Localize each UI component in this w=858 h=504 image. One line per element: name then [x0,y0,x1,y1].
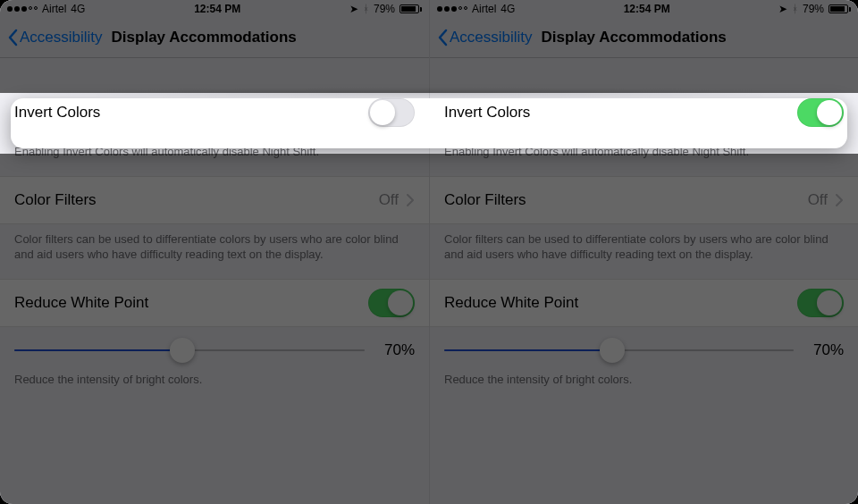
reduce-white-point-slider-row: 70% [430,327,858,365]
pane-right: Airtel 4G 12:54 PM ➤ ᚼ 79% Accessibility… [429,0,858,504]
color-filters-value: Off [379,191,399,209]
reduce-white-point-toggle[interactable] [368,289,415,317]
back-button[interactable]: Accessibility [437,29,533,46]
color-filters-footer: Color filters can be used to differentia… [0,224,429,279]
chevron-right-icon [406,193,415,207]
reduce-white-point-label: Reduce White Point [444,294,578,312]
color-filters-row[interactable]: Color Filters Off [0,176,429,224]
back-label: Accessibility [20,29,103,46]
invert-colors-label: Invert Colors [14,104,100,122]
reduce-white-point-footer: Reduce the intensity of bright colors. [430,365,858,404]
signal-dots-icon [7,6,38,12]
color-filters-footer: Color filters can be used to differentia… [430,224,858,279]
invert-colors-label: Invert Colors [444,104,530,122]
chevron-left-icon [437,29,448,46]
battery-icon [400,4,422,13]
reduce-white-point-slider-row: 70% [0,327,429,365]
color-filters-row[interactable]: Color Filters Off [430,176,858,224]
clock-label: 12:54 PM [194,3,240,15]
carrier-label: Airtel [42,3,66,15]
page-title: Display Accommodations [542,29,727,46]
color-filters-label: Color Filters [14,191,97,209]
status-bar: Airtel 4G 12:54 PM ➤ ᚼ 79% [0,0,429,18]
battery-pct-label: 79% [803,3,824,15]
network-label: 4G [71,3,85,15]
chevron-right-icon [835,193,844,207]
reduce-white-point-label: Reduce White Point [14,294,148,312]
reduce-white-point-pct: 70% [365,341,415,359]
invert-colors-toggle[interactable] [368,98,415,127]
battery-icon [829,4,851,13]
bluetooth-icon: ᚼ [792,3,798,15]
signal-dots-icon [437,6,467,12]
reduce-white-point-row: Reduce White Point [430,279,858,327]
location-icon: ➤ [778,3,787,15]
invert-colors-toggle[interactable] [797,98,844,127]
chevron-left-icon [7,29,18,46]
reduce-white-point-pct: 70% [794,341,844,359]
status-bar: Airtel 4G 12:54 PM ➤ ᚼ 79% [430,0,858,18]
carrier-label: Airtel [472,3,496,15]
page-title: Display Accommodations [112,29,297,46]
battery-pct-label: 79% [374,3,395,15]
clock-label: 12:54 PM [624,3,670,15]
back-label: Accessibility [450,29,533,46]
nav-bar: Accessibility Display Accommodations [430,18,858,57]
nav-bar: Accessibility Display Accommodations [0,18,429,57]
reduce-white-point-toggle[interactable] [797,289,844,317]
location-icon: ➤ [349,3,358,15]
reduce-white-point-slider[interactable] [444,338,794,363]
reduce-white-point-footer: Reduce the intensity of bright colors. [0,365,429,404]
reduce-white-point-slider[interactable] [14,338,365,363]
network-label: 4G [500,3,515,15]
back-button[interactable]: Accessibility [7,29,103,46]
color-filters-value: Off [808,191,828,209]
invert-colors-row: Invert Colors [430,88,858,137]
pane-left: Airtel 4G 12:54 PM ➤ ᚼ 79% Accessibility… [0,0,429,504]
reduce-white-point-row: Reduce White Point [0,279,429,327]
bluetooth-icon: ᚼ [363,3,369,15]
color-filters-label: Color Filters [444,191,526,209]
invert-colors-row: Invert Colors [0,88,429,137]
